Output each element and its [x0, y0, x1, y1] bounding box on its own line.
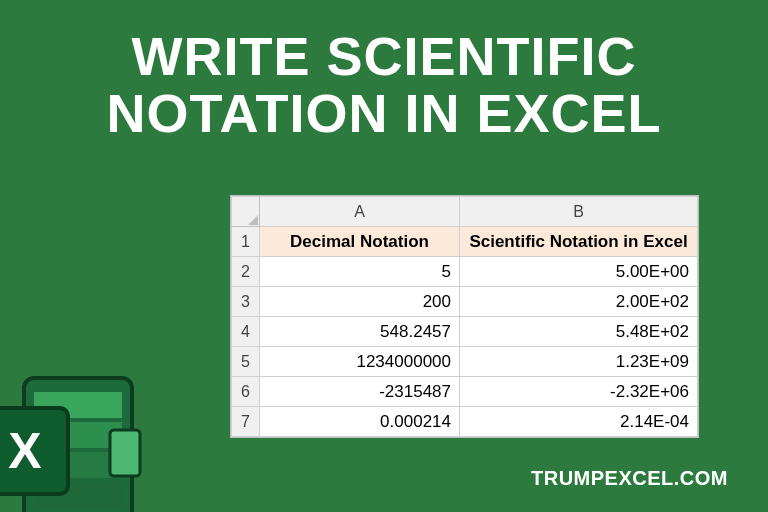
cell-b1[interactable]: Scientific Notation in Excel: [460, 227, 698, 257]
spreadsheet-table: A B 1 Decimal Notation Scientific Notati…: [230, 195, 699, 438]
cell-b7[interactable]: 2.14E-04: [460, 407, 698, 437]
column-header-a[interactable]: A: [260, 197, 460, 227]
footer-brand: TRUMPEXCEL.COM: [531, 467, 728, 490]
row-header-7[interactable]: 7: [232, 407, 260, 437]
select-all-corner[interactable]: [232, 197, 260, 227]
svg-marker-0: [248, 215, 258, 225]
svg-rect-6: [110, 430, 140, 476]
row-header-3[interactable]: 3: [232, 287, 260, 317]
cell-a2[interactable]: 5: [260, 257, 460, 287]
row-header-1[interactable]: 1: [232, 227, 260, 257]
cell-a7[interactable]: 0.000214: [260, 407, 460, 437]
row-header-4[interactable]: 4: [232, 317, 260, 347]
page-title: WRITE SCIENTIFIC NOTATION IN EXCEL: [0, 0, 768, 141]
title-line-1: WRITE SCIENTIFIC: [0, 28, 768, 85]
svg-text:X: X: [8, 423, 41, 479]
cell-a3[interactable]: 200: [260, 287, 460, 317]
cell-a6[interactable]: -2315487: [260, 377, 460, 407]
cell-b3[interactable]: 2.00E+02: [460, 287, 698, 317]
row-header-6[interactable]: 6: [232, 377, 260, 407]
excel-icon: X: [0, 360, 152, 512]
cell-b6[interactable]: -2.32E+06: [460, 377, 698, 407]
cell-b5[interactable]: 1.23E+09: [460, 347, 698, 377]
row-header-2[interactable]: 2: [232, 257, 260, 287]
cell-b4[interactable]: 5.48E+02: [460, 317, 698, 347]
title-line-2: NOTATION IN EXCEL: [0, 85, 768, 142]
cell-a1[interactable]: Decimal Notation: [260, 227, 460, 257]
column-header-b[interactable]: B: [460, 197, 698, 227]
cell-a5[interactable]: 1234000000: [260, 347, 460, 377]
cell-b2[interactable]: 5.00E+00: [460, 257, 698, 287]
cell-a4[interactable]: 548.2457: [260, 317, 460, 347]
row-header-5[interactable]: 5: [232, 347, 260, 377]
